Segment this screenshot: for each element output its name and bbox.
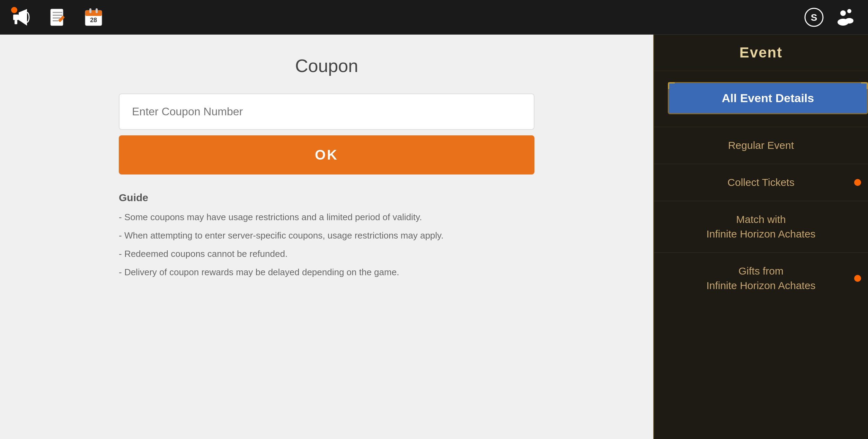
gifts-achates-dot xyxy=(854,275,861,282)
sidebar-item-collect-tickets[interactable]: Collect Tickets xyxy=(654,165,868,199)
sidebar-header: Event xyxy=(654,35,868,71)
collect-tickets-dot xyxy=(854,179,861,186)
guide-section: Guide - Some coupons may have usage rest… xyxy=(119,192,534,284)
guide-title: Guide xyxy=(119,192,534,204)
svg-point-20 xyxy=(845,18,853,24)
sidebar-divider-4 xyxy=(654,252,868,253)
regular-event-label: Regular Event xyxy=(728,138,794,153)
svg-text:28: 28 xyxy=(90,17,97,24)
svg-marker-1 xyxy=(19,9,27,26)
svg-rect-0 xyxy=(13,15,19,20)
svg-text:S: S xyxy=(811,12,817,23)
sidebar-title: Event xyxy=(739,44,782,61)
svg-point-18 xyxy=(847,9,851,13)
notes-icon[interactable] xyxy=(46,6,69,28)
collect-tickets-label: Collect Tickets xyxy=(727,175,794,190)
guide-item-2: - When attempting to enter server-specif… xyxy=(119,229,534,242)
sidebar-item-match-achates[interactable]: Match withInfinite Horizon Achates xyxy=(654,203,868,251)
top-bar-right-icons: S xyxy=(803,6,858,28)
sidebar-divider-3 xyxy=(654,201,868,201)
right-sidebar: Event All Event Details Regular Event Co… xyxy=(653,35,868,439)
coupon-panel: Coupon OK Guide - Some coupons may have … xyxy=(0,35,653,439)
all-event-details-label: All Event Details xyxy=(722,91,814,105)
calendar-icon[interactable]: 28 xyxy=(82,6,105,28)
guide-item-4: - Delivery of coupon rewards may be dela… xyxy=(119,266,534,279)
top-bar-left-icons: 28 xyxy=(10,6,105,28)
match-achates-label: Match withInfinite Horizon Achates xyxy=(706,212,815,241)
svg-point-17 xyxy=(840,10,846,16)
sidebar-divider-2 xyxy=(654,164,868,164)
sidebar-item-gifts-achates[interactable]: Gifts fromInfinite Horizon Achates xyxy=(654,254,868,303)
main-content-area: Coupon OK Guide - Some coupons may have … xyxy=(0,35,868,439)
ok-button[interactable]: OK xyxy=(119,135,534,174)
svg-rect-2 xyxy=(15,20,17,24)
coupon-title: Coupon xyxy=(295,55,358,76)
notification-dot xyxy=(11,7,17,13)
sidebar-divider-1 xyxy=(654,127,868,127)
sidebar-item-regular-event[interactable]: Regular Event xyxy=(654,128,868,162)
gifts-achates-label: Gifts fromInfinite Horizon Achates xyxy=(706,264,815,293)
coupon-input-wrapper xyxy=(119,93,534,130)
svg-rect-13 xyxy=(96,8,98,13)
all-event-details-button[interactable]: All Event Details xyxy=(668,82,868,114)
svg-rect-12 xyxy=(89,8,91,13)
video-record-icon[interactable] xyxy=(835,6,858,28)
top-navigation-bar: 28 S xyxy=(0,0,868,35)
guide-item-1: - Some coupons may have usage restrictio… xyxy=(119,210,534,224)
svg-rect-11 xyxy=(85,10,102,16)
coupon-number-input[interactable] xyxy=(119,94,534,129)
announcement-icon[interactable] xyxy=(10,6,33,28)
guide-item-3: - Redeemed coupons cannot be refunded. xyxy=(119,247,534,261)
profile-circle-icon[interactable]: S xyxy=(803,6,825,28)
all-event-details-wrapper: All Event Details xyxy=(661,77,861,120)
